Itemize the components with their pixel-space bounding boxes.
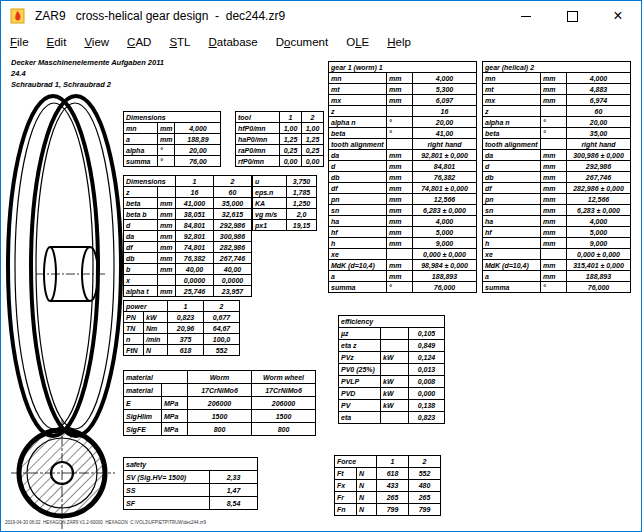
table-row: xe0,000 ± 0,000 [329,249,477,260]
table-cell: hfP0/mn [236,123,280,134]
menu-item-file[interactable]: File [1,33,38,51]
table-cell: 618 [377,468,409,480]
table-cell: ° [387,117,413,128]
table-row: amm188,89 [124,134,221,145]
table-cell: power [124,301,168,312]
table-cell: 2 [204,301,240,312]
table-cell: PVz [339,352,381,364]
menu-item-edit[interactable]: Edit [38,33,76,51]
table-row: damm300,986 ± 0,000 [483,150,631,161]
close-button[interactable]: × [595,1,641,31]
table-row: hfmm5,000 [329,227,477,238]
table-cell: efficiency [339,316,445,328]
menu-item-ole[interactable]: OLE [337,33,378,51]
table-cell: mm [387,271,413,282]
dimensions-summary-table: Dimensionsmnmm4,000amm188,89alpha°20,00s… [123,111,221,167]
table-cell: mm [541,216,567,227]
table-cell: N [357,480,377,492]
table-row: PNkW0,8230,677 [124,312,240,323]
maximize-button[interactable] [549,1,595,31]
table-row: TNNm20,9664,67 [124,323,240,334]
table-cell: 5,300 [413,84,477,95]
table-cell: mm [387,205,413,216]
gear-side-view [8,96,121,436]
table-cell: 4,000 [413,73,477,84]
menu-item-help[interactable]: Help [378,33,420,51]
table-cell: b [124,264,158,275]
table-row: tooth alignmentright hand [483,139,631,150]
table-cell: FtN [124,345,144,356]
table-cell: SV (Sig.HV= 1500) [124,471,210,484]
app-icon [10,8,26,24]
table-row: raP0/mn0,250,25 [236,145,324,156]
table-cell: N [357,504,377,516]
table-cell: 17CrNiMo6 [252,384,316,397]
table-cell: mm [541,95,567,106]
table-cell: ° [158,156,175,167]
menu-item-stl[interactable]: STL [160,33,199,51]
table-cell: z [483,106,541,117]
table-cell [162,384,188,397]
table-cell: 1,25 [302,134,324,145]
menu-item-database[interactable]: Database [200,33,267,51]
table-cell: 265 [409,492,441,504]
table-cell: z [124,187,158,198]
table-cell: KA [253,198,287,209]
table-row: PVzkW0,124 [339,352,445,364]
table-cell: Nm [144,323,168,334]
table-row: pnmm12,566 [329,194,477,205]
table-cell: 60 [567,106,631,117]
table-cell [387,106,413,117]
gear1-table: gear 1 (worm) 1mnmm4,000mtmm5,300mxmm6,0… [328,61,477,293]
maximize-icon [567,11,578,22]
table-cell: 41,00 [413,128,477,139]
table-cell: beta b [124,209,158,220]
menu-item-cad[interactable]: CAD [118,33,160,51]
table-cell: 60 [214,187,252,198]
table-cell: 74,801 ± 0,000 [413,183,477,194]
table-cell: 1 [168,301,204,312]
table-row: summa°76,00 [124,156,221,167]
table-cell: 0,000 [409,388,445,400]
table-cell: 76,000 [567,282,631,293]
table-cell: ha [483,216,541,227]
table-cell: 1 [377,456,409,468]
app-window: ZAR9 cross-helical gear design - dec244.… [0,0,642,532]
table-cell: mm [387,194,413,205]
table-cell: TN [124,323,144,334]
table-cell: 76,00 [175,156,221,167]
table-cell: 2 [409,456,441,468]
menu-item-document[interactable]: Document [267,33,337,51]
table-cell: 20,96 [168,323,204,334]
window-title: ZAR9 cross-helical gear design - dec244.… [35,9,285,23]
menu-item-view[interactable]: View [75,33,118,51]
table-cell: 3,750 [287,176,317,187]
table-row: z16 [329,106,477,117]
table-cell: hf [483,227,541,238]
table-row: SV (Sig.HV= 1500)2,33 [124,471,258,484]
table-cell: ° [541,128,567,139]
table-cell: 4,000 [567,216,631,227]
table-cell: 74,801 [176,242,214,253]
table-cell: 2,0 [287,209,317,220]
table-cell: da [483,150,541,161]
table-cell: /min [144,334,168,345]
table-cell: 1500 [188,410,252,423]
title-bar: ZAR9 cross-helical gear design - dec244.… [1,1,641,31]
table-cell: Worm [188,371,252,384]
gear-drawing [3,89,125,531]
table-cell: beta [124,198,158,209]
table-cell: PVD [339,388,381,400]
table-cell [381,412,409,424]
safety-table: safetySV (Sig.HV= 1500)2,33SS1,47SF8,54 [123,457,258,510]
table-cell: 4,000 [175,123,221,134]
minimize-button[interactable] [503,1,549,31]
table-row: mnmm4,000 [124,123,221,134]
table-row: x0,00000,0000 [124,275,252,286]
table-cell: 98,984 ± 0,000 [413,260,477,271]
table-cell: summa [329,282,387,293]
table-row: power12 [124,301,240,312]
table-cell: 188,893 [567,271,631,282]
table-row: hmm9,000 [329,238,477,249]
table-cell [541,106,567,117]
